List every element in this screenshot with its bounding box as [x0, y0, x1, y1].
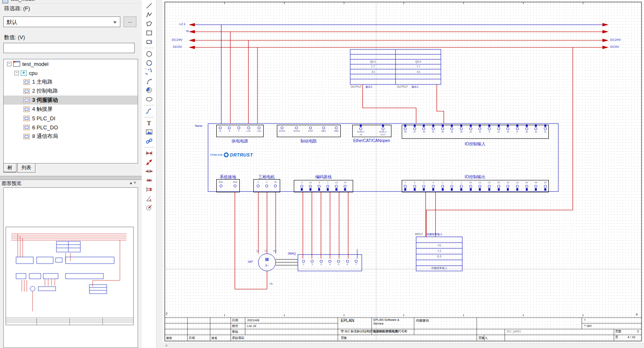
arc-3-point-tool-icon[interactable]	[144, 68, 155, 77]
terminal-pin[interactable]: 4	[328, 260, 331, 266]
collapse-icon[interactable]: ▴	[130, 180, 133, 185]
terminal-pin[interactable]: 33	[525, 124, 528, 133]
terminal-pin[interactable]: 10	[497, 124, 500, 133]
line-tool-icon[interactable]	[144, 1, 155, 10]
dimension-linear-tool-icon[interactable]	[144, 149, 155, 158]
terminal-pin[interactable]: RB1	[321, 126, 326, 133]
dimension-chain-tool-icon[interactable]	[144, 167, 155, 176]
terminal-pin[interactable]: 21	[478, 182, 481, 191]
dimension-angle-tool-icon[interactable]	[144, 194, 155, 203]
terminal-pin[interactable]: PE1	[219, 181, 223, 187]
sector-tool-icon[interactable]	[144, 86, 155, 95]
tree-page-1[interactable]: 1 主电路	[4, 77, 138, 86]
terminal-pin[interactable]: 5	[337, 260, 340, 266]
terminal-pin[interactable]: 3	[320, 260, 323, 266]
terminal-pin[interactable]: 10	[309, 182, 312, 191]
terminal-pin[interactable]: 2	[450, 182, 453, 191]
terminal-pin[interactable]: 41	[432, 124, 435, 133]
terminal-pin[interactable]: PE2	[233, 181, 237, 187]
tree-node-cpu[interactable]: − + cpu	[4, 68, 138, 77]
collapse-expander-icon[interactable]: −	[7, 62, 12, 66]
terminal-pin[interactable]: L1C	[246, 126, 251, 133]
terminal-pin[interactable]: 23	[506, 182, 509, 191]
terminal-pin[interactable]: 7	[404, 182, 407, 191]
value-input[interactable]	[3, 43, 135, 53]
terminal-pin[interactable]: W	[274, 181, 277, 187]
terminal-pin[interactable]: 32	[534, 124, 537, 133]
rail-label-n[interactable]: N	[186, 29, 189, 33]
hyperlink-tool-icon[interactable]	[144, 137, 155, 146]
terminal-pin[interactable]: T	[237, 126, 240, 133]
panel-splitter[interactable]	[0, 176, 142, 180]
terminal-pin[interactable]: 34	[506, 124, 509, 133]
dimension-aligned-tool-icon[interactable]	[144, 158, 155, 167]
schematic-canvas[interactable]: L2.1 N DC24V DC0V DC24V DC0V Q0.17.7-X1 …	[163, 0, 644, 348]
terminal-pin[interactable]: 5	[300, 182, 303, 191]
output-table-right[interactable]: Q0.07.7-X1	[396, 49, 441, 79]
arc-tool-icon[interactable]	[144, 77, 155, 86]
rail-label-dc24v[interactable]: DC24V	[172, 38, 183, 42]
terminal-pin[interactable]: DCN2	[293, 126, 300, 133]
terminal-pin[interactable]: L2C	[257, 126, 261, 133]
horizontal-scrollbar[interactable]: <	[163, 343, 644, 348]
rectangle-by-center-tool-icon[interactable]	[144, 37, 155, 47]
terminal-pin[interactable]: 6	[413, 182, 416, 191]
tree-page-2[interactable]: 2 控制电路	[4, 86, 138, 96]
terminal-pin[interactable]: 1	[326, 182, 329, 191]
terminal-pin[interactable]: R	[219, 126, 222, 133]
terminal-pin[interactable]: 1	[460, 182, 463, 191]
terminal-pin[interactable]: 13	[335, 182, 338, 191]
input-table-rows[interactable]: -X17.2I1.0伺服报警输入	[416, 237, 462, 271]
circle-tool-icon[interactable]	[144, 49, 155, 58]
circle-3-point-tool-icon[interactable]	[144, 58, 155, 68]
terminal-pin[interactable]: 5	[422, 182, 425, 191]
ellipse-tool-icon[interactable]	[144, 95, 155, 104]
terminal-pin[interactable]: 20	[450, 124, 453, 133]
terminal-pin[interactable]: 35	[441, 124, 444, 133]
tree-page-3-selected[interactable]: 3 伺服驱动	[4, 96, 138, 105]
terminal-pin[interactable]: 8	[516, 124, 519, 133]
terminal-pin[interactable]: 44	[534, 182, 537, 191]
terminal-pin[interactable]: 18	[460, 124, 463, 133]
collapse-expander-icon[interactable]: −	[14, 71, 19, 75]
polyline-tool-icon[interactable]	[144, 10, 155, 19]
terminal-pin[interactable]: 13	[516, 182, 519, 191]
terminal-pin[interactable]: V	[265, 181, 268, 187]
terminal-pin[interactable]: U	[257, 181, 260, 187]
tab-list[interactable]: 列表	[17, 163, 35, 173]
rail-label-l21[interactable]: L2.1	[179, 22, 186, 26]
terminal-pin[interactable]: 25	[497, 182, 500, 191]
terminal-pin[interactable]: 6	[318, 182, 321, 191]
motor-tag[interactable]: -MT	[247, 260, 253, 264]
tab-tree[interactable]: 树	[3, 163, 16, 173]
output-table-left[interactable]: Q0.17.7-X1	[350, 49, 396, 79]
rectangle-tool-icon[interactable]	[144, 28, 155, 37]
tree-page-5[interactable]: 5 PLC_DI	[4, 114, 138, 123]
filter-browse-button[interactable]: ...	[124, 16, 136, 27]
polygon-tool-icon[interactable]	[144, 19, 155, 28]
terminal-pin[interactable]: DCP	[308, 126, 313, 133]
dimension-continued-tool-icon[interactable]	[144, 176, 155, 185]
terminal-pin[interactable]: 26	[469, 182, 472, 191]
tree-page-6[interactable]: 6 PLC_DO	[4, 123, 138, 132]
tree-page-4[interactable]: 4 触摸屏	[4, 105, 138, 114]
terminal-pin[interactable]: 9	[488, 124, 491, 133]
tree-page-8[interactable]: 8 通信布局	[4, 132, 138, 141]
terminal-pin[interactable]: 43	[422, 124, 425, 133]
dimension-baseline-tool-icon[interactable]	[144, 185, 155, 194]
terminal-pin[interactable]: 7	[355, 260, 358, 266]
text-tool-icon[interactable]: T	[144, 119, 155, 128]
terminal-pin[interactable]: 11	[478, 124, 481, 133]
encoder-block-tag[interactable]: -BMQ	[287, 252, 296, 255]
terminal-pin[interactable]: 4	[432, 182, 435, 191]
spline-tool-icon[interactable]	[144, 107, 155, 116]
terminal-pin[interactable]: DCN1	[279, 126, 285, 133]
tree-node-project[interactable]: − test_model	[4, 59, 138, 68]
rail-label-dc24v-right[interactable]: DC24V	[610, 38, 621, 42]
dimension-radius-tool-icon[interactable]	[144, 203, 155, 212]
terminal-pin[interactable]: 14	[344, 182, 347, 191]
terminal-pin[interactable]: 24	[525, 182, 528, 191]
terminal-pin[interactable]: 1	[302, 260, 305, 266]
close-icon[interactable]: ×	[133, 180, 138, 185]
image-tool-icon[interactable]	[144, 128, 155, 137]
